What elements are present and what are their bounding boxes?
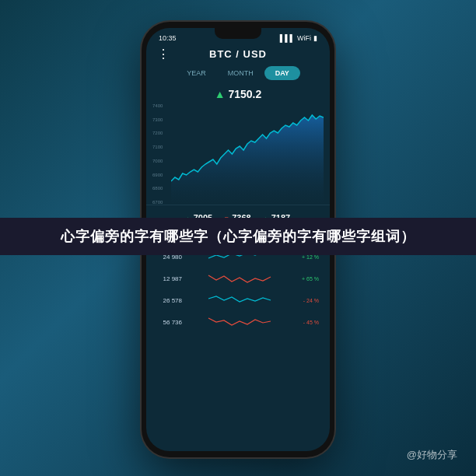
scene: 心字偏旁的字有哪些字（心字偏旁的字有哪些字组词） @好物分享 10:35 ▌▌▌…: [0, 0, 476, 476]
stat-row-1-change: + 65 %: [297, 276, 319, 282]
y-label-5: 6900: [152, 173, 163, 177]
chart-svg: [171, 103, 324, 205]
wifi-icon: WiFi: [297, 34, 311, 42]
tab-day[interactable]: DAY: [264, 66, 300, 80]
status-icons: ▌▌▌ WiFi ▮: [280, 34, 317, 42]
stat-row-2: 26 578 - 24 %: [157, 292, 319, 308]
stat-row-3: 56 736 - 45 %: [157, 314, 319, 330]
app-header: ⋮ BTC / USD: [146, 45, 330, 66]
stat-row-1-chart: [187, 271, 292, 286]
stat-row-3-num: 56 736: [157, 319, 182, 326]
time-tabs: YEAR MONTH DAY: [146, 66, 330, 86]
stat-row-2-change: - 24 %: [297, 298, 319, 303]
stat-row-3-change: - 45 %: [297, 320, 319, 325]
y-axis: 7400 7300 7200 7100 7000 6900 6800 6700: [152, 103, 163, 205]
stat-row-2-num: 26 578: [157, 297, 182, 304]
stat-row-1-num: 12 987: [157, 275, 182, 282]
stat-row-2-chart: [187, 292, 292, 308]
statistics-rows: 24 980 + 12 % 12 987 + 65 % 26 578: [146, 249, 330, 330]
tab-year[interactable]: YEAR: [176, 66, 217, 80]
y-label-3: 7100: [152, 145, 163, 149]
chart-svg-container: [171, 103, 324, 205]
status-time: 10:35: [159, 34, 177, 42]
watermark-text: @好物分享: [407, 449, 457, 460]
signal-icon: ▌▌▌: [280, 34, 295, 42]
y-label-0: 7400: [152, 103, 163, 108]
watermark: @好物分享: [407, 448, 457, 462]
y-label-4: 7000: [152, 159, 163, 163]
y-label-2: 7200: [152, 131, 163, 135]
menu-button[interactable]: ⋮: [157, 48, 169, 61]
banner: 心字偏旁的字有哪些字（心字偏旁的字有哪些字组词）: [0, 218, 476, 255]
tab-month[interactable]: MONTH: [217, 66, 264, 80]
battery-icon: ▮: [313, 34, 317, 42]
y-label-1: 7300: [152, 117, 163, 122]
price-display: ▲ 7150.2: [146, 86, 330, 103]
y-label-6: 6800: [152, 186, 163, 191]
price-arrow: ▲: [215, 88, 226, 100]
chart-fill: [171, 115, 324, 205]
phone-notch: [215, 28, 261, 39]
price-value: 7150.2: [228, 88, 261, 100]
stat-row-1: 12 987 + 65 %: [157, 271, 319, 286]
stat-row-3-chart: [187, 314, 292, 330]
y-label-7: 6700: [152, 200, 163, 205]
pair-title: BTC / USD: [209, 48, 267, 60]
banner-text: 心字偏旁的字有哪些字（心字偏旁的字有哪些字组词）: [61, 229, 415, 244]
chart-area: 7400 7300 7200 7100 7000 6900 6800 6700: [146, 103, 330, 205]
